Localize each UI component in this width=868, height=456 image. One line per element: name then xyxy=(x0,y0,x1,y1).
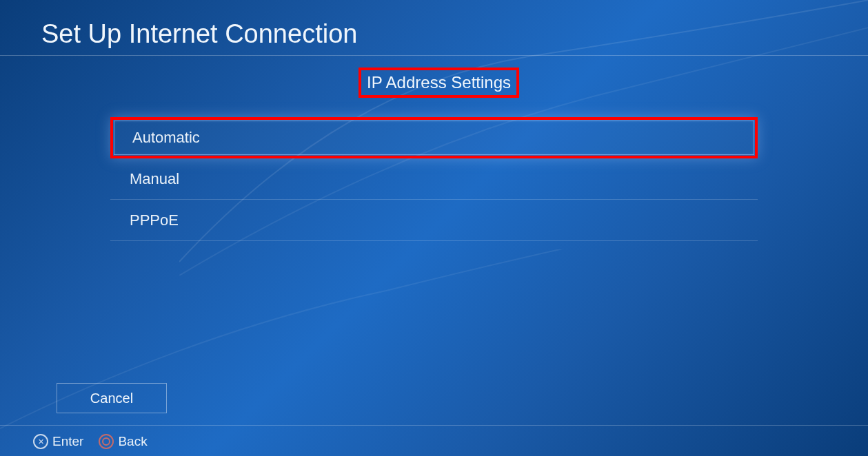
header-divider xyxy=(0,55,868,56)
cancel-label: Cancel xyxy=(90,391,133,406)
option-pppoe[interactable]: PPPoE xyxy=(110,200,758,241)
footer-divider xyxy=(0,425,868,426)
hint-back: Back xyxy=(99,434,147,449)
cross-icon xyxy=(33,434,48,449)
option-label: Automatic xyxy=(132,129,200,147)
option-label: PPPoE xyxy=(130,211,179,229)
cancel-button[interactable]: Cancel xyxy=(57,383,167,413)
page-title: Set Up Internet Connection xyxy=(41,19,357,49)
hint-enter: Enter xyxy=(33,434,83,449)
hint-back-label: Back xyxy=(118,434,147,449)
circle-icon xyxy=(99,434,114,449)
subtitle-text: IP Address Settings xyxy=(367,73,511,92)
options-list: Automatic Manual PPPoE xyxy=(110,117,758,241)
button-hints: Enter Back xyxy=(33,434,148,449)
option-automatic[interactable]: Automatic xyxy=(110,117,758,158)
hint-enter-label: Enter xyxy=(52,434,83,449)
option-manual[interactable]: Manual xyxy=(110,158,758,200)
option-label: Manual xyxy=(130,170,179,188)
subtitle-highlight: IP Address Settings xyxy=(359,68,519,98)
